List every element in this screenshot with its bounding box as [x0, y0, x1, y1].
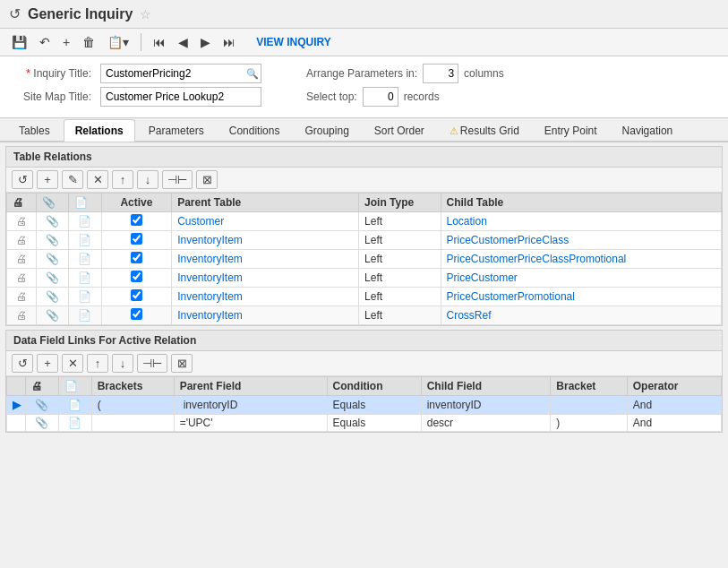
child-table-link[interactable]: PriceCustomer	[447, 271, 518, 284]
table-row: 🖨 📎 📄 InventoryItem Left CrossRef	[7, 306, 722, 325]
active-checkbox[interactable]	[131, 271, 142, 282]
dfl-operator-cell: And	[627, 415, 721, 432]
child-table-link[interactable]: PriceCustomerPriceClass	[447, 234, 570, 246]
site-map-title-input[interactable]	[100, 87, 261, 107]
prev-button[interactable]: ◀	[174, 32, 193, 52]
save-button[interactable]: 💾	[7, 32, 31, 52]
row-print-cell: 🖨	[7, 306, 37, 325]
col-operator-header: Operator	[627, 377, 721, 396]
undo-button[interactable]: ↶	[35, 32, 55, 52]
row-active-cell[interactable]	[101, 212, 171, 231]
tr-clear-button[interactable]: ⊠	[196, 170, 218, 189]
active-checkbox[interactable]	[131, 289, 142, 301]
table-relations-panel: Table Relations ↺ + ✎ ✕ ↑ ↓ ⊣⊢ ⊠ 🖨 📎 📄 A…	[5, 146, 723, 326]
parent-table-link[interactable]: InventoryItem	[177, 253, 243, 265]
dfl-up-button[interactable]: ↑	[87, 354, 108, 373]
row-note-cell: 📄	[69, 288, 102, 306]
tab-conditions[interactable]: Conditions	[218, 119, 292, 142]
select-top-input[interactable]	[363, 87, 398, 107]
dfl-refresh-button[interactable]: ↺	[12, 354, 33, 373]
inquiry-title-input[interactable]	[100, 64, 261, 83]
child-table-link[interactable]: CrossRef	[447, 309, 492, 322]
parent-table-link[interactable]: InventoryItem	[177, 271, 243, 284]
arrange-columns-input[interactable]	[423, 64, 458, 83]
delete-button[interactable]: 🗑	[78, 32, 99, 52]
dfl-condition-cell: Equals	[327, 415, 421, 432]
page-title: Generic Inquiry	[28, 6, 133, 22]
child-table-link[interactable]: Location	[447, 215, 487, 228]
row-attach-cell: 📎	[36, 231, 69, 250]
row-attach-cell: 📎	[36, 288, 69, 306]
add-button[interactable]: +	[58, 32, 74, 52]
first-button[interactable]: ⏮	[149, 32, 170, 52]
active-checkbox[interactable]	[131, 214, 142, 226]
row-join-cell: Left	[359, 306, 441, 325]
active-checkbox[interactable]	[131, 252, 142, 263]
parent-table-link[interactable]: InventoryItem	[177, 234, 243, 246]
tab-results-grid[interactable]: ⚠Results Grid	[438, 119, 531, 142]
tab-entry-point[interactable]: Entry Point	[533, 119, 609, 142]
dfl-delete-button[interactable]: ✕	[62, 354, 83, 373]
table-relations-table: 🖨 📎 📄 Active Parent Table Join Type Chil…	[6, 193, 722, 325]
inquiry-title-label: Inquiry Title:	[11, 67, 91, 80]
next-button[interactable]: ▶	[196, 32, 215, 52]
row-active-cell[interactable]	[101, 269, 171, 288]
view-inquiry-button[interactable]: VIEW INQUIRY	[251, 33, 337, 51]
active-checkbox[interactable]	[131, 233, 142, 245]
parent-table-link[interactable]: Customer	[177, 215, 224, 228]
parent-table-link[interactable]: InventoryItem	[177, 290, 243, 303]
tr-add-button[interactable]: +	[37, 170, 58, 189]
arrange-params-row: Arrange Parameters in: columns	[306, 64, 504, 83]
tab-parameters[interactable]: Parameters	[137, 119, 216, 142]
dfl-add-button[interactable]: +	[37, 354, 58, 373]
col-bracket-header: Bracket	[551, 377, 627, 396]
tr-fit-button[interactable]: ⊣⊢	[162, 170, 193, 189]
tr-down-button[interactable]: ↓	[137, 170, 158, 189]
row-join-cell: Left	[359, 231, 441, 250]
arrange-label: Arrange Parameters in:	[306, 67, 417, 80]
dfl-row: 📎 📄 ='UPC' Equals descr ) And	[7, 415, 722, 432]
row-active-cell[interactable]	[101, 250, 171, 269]
title-bar: ↺ Generic Inquiry ☆	[0, 0, 728, 29]
dfl-clear-button[interactable]: ⊠	[171, 354, 193, 373]
search-icon: 🔍	[246, 68, 259, 80]
tr-up-button[interactable]: ↑	[112, 170, 133, 189]
row-active-cell[interactable]	[101, 288, 171, 306]
col-child-header: Child Table	[441, 194, 721, 212]
col-active-header: Active	[101, 194, 171, 212]
row-join-cell: Left	[359, 288, 441, 306]
tab-navigation[interactable]: Navigation	[611, 119, 685, 142]
data-field-links-panel: Data Field Links For Active Relation ↺ +…	[5, 330, 723, 433]
row-indicator-cell: ▶	[7, 396, 26, 415]
table-row: 🖨 📎 📄 Customer Left Location	[7, 212, 722, 231]
dfl-attach-cell: 📎	[26, 415, 59, 432]
tab-tables[interactable]: Tables	[7, 119, 62, 142]
tab-sort-order[interactable]: Sort Order	[363, 119, 436, 142]
row-join-cell: Left	[359, 212, 441, 231]
col-note: 📄	[69, 194, 102, 212]
last-button[interactable]: ⏭	[218, 32, 240, 52]
dfl-note-cell: 📄	[58, 415, 91, 432]
dfl-condition-cell: Equals	[327, 396, 421, 415]
table-row: 🖨 📎 📄 InventoryItem Left PriceCustomerPr…	[7, 231, 722, 250]
parent-table-link[interactable]: InventoryItem	[177, 309, 243, 322]
dfl-down-button[interactable]: ↓	[112, 354, 133, 373]
active-checkbox[interactable]	[131, 308, 142, 320]
child-table-link[interactable]: PriceCustomerPriceClassPromotional	[447, 253, 627, 265]
dfl-parent-field-cell: inventoryID	[174, 396, 327, 415]
row-parent-cell: Customer	[172, 212, 359, 231]
child-table-link[interactable]: PriceCustomerPromotional	[447, 290, 575, 303]
dfl-parent-field-cell: ='UPC'	[174, 415, 327, 432]
tab-grouping[interactable]: Grouping	[293, 119, 360, 142]
copy-paste-button[interactable]: 📋▾	[103, 32, 133, 52]
dfl-operator-cell: And	[627, 396, 721, 415]
favorite-star-icon[interactable]: ☆	[140, 7, 151, 22]
tabs-row: Tables Relations Parameters Conditions G…	[0, 118, 728, 142]
dfl-fit-button[interactable]: ⊣⊢	[137, 354, 167, 373]
tr-refresh-button[interactable]: ↺	[12, 170, 33, 189]
tr-edit-button[interactable]: ✎	[62, 170, 83, 189]
tr-delete-button[interactable]: ✕	[87, 170, 108, 189]
tab-relations[interactable]: Relations	[64, 119, 135, 142]
row-active-cell[interactable]	[101, 231, 171, 250]
row-active-cell[interactable]	[101, 306, 171, 325]
